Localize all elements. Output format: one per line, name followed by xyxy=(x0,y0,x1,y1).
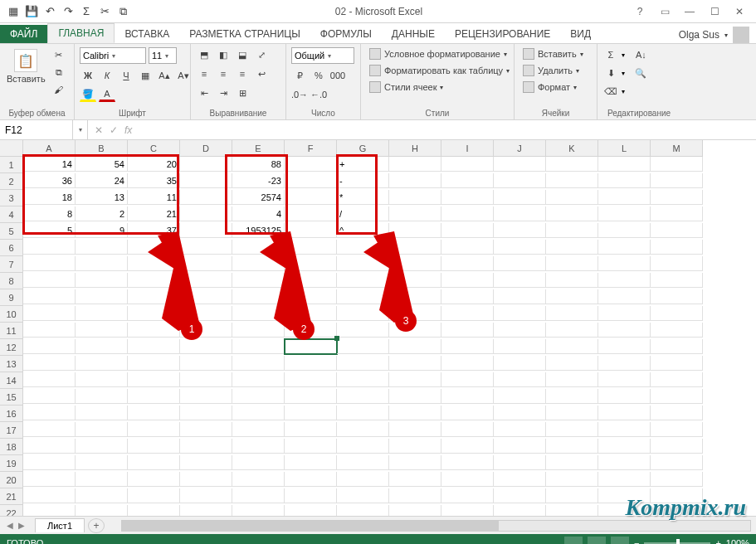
cell[interactable] xyxy=(494,306,546,321)
row-header[interactable]: 13 xyxy=(0,356,23,372)
cell[interactable] xyxy=(598,273,651,288)
cell[interactable] xyxy=(494,323,546,338)
cell[interactable] xyxy=(232,505,285,516)
cell[interactable] xyxy=(494,422,546,437)
cell[interactable] xyxy=(389,455,441,470)
cell[interactable] xyxy=(441,455,494,470)
cell[interactable] xyxy=(232,406,285,420)
cell[interactable] xyxy=(232,455,285,470)
cell[interactable] xyxy=(389,439,441,454)
cell[interactable] xyxy=(337,439,389,454)
fill-handle[interactable] xyxy=(334,336,339,341)
orientation-button[interactable]: ⤢ xyxy=(253,47,270,62)
prev-sheet-icon[interactable]: ◀ xyxy=(7,521,13,530)
cell[interactable] xyxy=(441,256,494,271)
cell[interactable] xyxy=(232,339,285,354)
column-header[interactable]: J xyxy=(494,140,546,157)
cell[interactable] xyxy=(651,356,703,371)
delete-cells-button[interactable]: Удалить ▾ xyxy=(519,64,583,77)
column-header[interactable]: M xyxy=(651,140,703,157)
row-header[interactable]: 11 xyxy=(0,323,23,339)
cell[interactable] xyxy=(76,256,128,271)
cell[interactable] xyxy=(23,289,76,304)
row-header[interactable]: 20 xyxy=(0,472,23,488)
cell[interactable] xyxy=(651,173,703,188)
row-header[interactable]: 7 xyxy=(0,256,23,273)
cell[interactable] xyxy=(546,389,598,404)
row-header[interactable]: 5 xyxy=(0,223,23,240)
cell[interactable] xyxy=(546,240,598,255)
cell[interactable] xyxy=(76,505,128,516)
italic-button[interactable]: К xyxy=(99,68,115,83)
number-format-combo[interactable]: Общий▾ xyxy=(291,47,354,64)
cell[interactable] xyxy=(180,389,232,404)
paste-button[interactable]: 📋 Вставить xyxy=(5,47,47,85)
cell[interactable] xyxy=(546,422,598,437)
cell[interactable] xyxy=(441,157,494,172)
cell[interactable] xyxy=(23,356,76,371)
cut-button[interactable]: ✂ xyxy=(51,47,67,62)
cell[interactable] xyxy=(494,488,546,503)
format-painter-button[interactable]: 🖌 xyxy=(51,82,67,97)
row-header[interactable]: 6 xyxy=(0,240,23,256)
cell[interactable] xyxy=(546,206,598,221)
cell[interactable] xyxy=(285,488,337,503)
cell[interactable] xyxy=(494,206,546,221)
cell[interactable] xyxy=(651,190,703,205)
row-header[interactable]: 2 xyxy=(0,173,23,190)
cell[interactable] xyxy=(494,505,546,516)
cell[interactable] xyxy=(337,472,389,487)
page-break-view-button[interactable] xyxy=(611,537,629,544)
cell[interactable] xyxy=(598,157,651,172)
cell[interactable] xyxy=(232,356,285,371)
page-layout-view-button[interactable] xyxy=(588,537,606,544)
cell[interactable] xyxy=(546,323,598,338)
cell[interactable] xyxy=(441,389,494,404)
cell[interactable] xyxy=(128,389,180,404)
cell[interactable] xyxy=(651,439,703,454)
cell[interactable] xyxy=(285,157,337,172)
cell[interactable] xyxy=(389,389,441,404)
cell[interactable] xyxy=(441,190,494,205)
cell[interactable] xyxy=(337,406,389,420)
tab-data[interactable]: ДАННЫЕ xyxy=(382,25,445,43)
cell[interactable] xyxy=(23,439,76,454)
fx-icon[interactable]: fx xyxy=(124,124,132,136)
name-box[interactable]: F12 xyxy=(0,120,73,139)
cell[interactable] xyxy=(76,406,128,420)
cell[interactable] xyxy=(546,455,598,470)
cell[interactable] xyxy=(180,356,232,371)
column-header[interactable]: K xyxy=(546,140,598,157)
cell[interactable] xyxy=(128,439,180,454)
cell[interactable] xyxy=(441,323,494,338)
align-center-button[interactable]: ≡ xyxy=(215,66,232,81)
cell[interactable] xyxy=(494,273,546,288)
cell[interactable] xyxy=(494,223,546,238)
cell[interactable] xyxy=(285,173,337,188)
cell[interactable] xyxy=(651,472,703,487)
worksheet-grid[interactable]: ABCDEFGHIJKLM114542088+2362435-23-318131… xyxy=(0,140,756,516)
wrap-text-button[interactable]: ↩ xyxy=(253,66,270,81)
cell[interactable] xyxy=(76,323,128,338)
cell[interactable] xyxy=(232,472,285,487)
cell[interactable] xyxy=(76,356,128,371)
align-bottom-button[interactable]: ⬓ xyxy=(234,47,251,62)
cell[interactable] xyxy=(285,472,337,487)
row-header[interactable]: 10 xyxy=(0,306,23,323)
format-cells-button[interactable]: Формат ▾ xyxy=(519,80,580,94)
zoom-level[interactable]: 100% xyxy=(726,538,749,544)
cell[interactable] xyxy=(651,422,703,437)
cell[interactable] xyxy=(285,422,337,437)
underline-button[interactable]: Ч xyxy=(118,68,134,83)
cell[interactable] xyxy=(441,472,494,487)
cell[interactable] xyxy=(76,389,128,404)
sort-filter-button[interactable]: A↓ xyxy=(632,47,649,62)
cell[interactable] xyxy=(128,356,180,371)
cell[interactable] xyxy=(441,289,494,304)
cell[interactable] xyxy=(232,488,285,503)
cell[interactable] xyxy=(494,472,546,487)
zoom-in-button[interactable]: + xyxy=(715,538,720,544)
cell[interactable] xyxy=(389,372,441,387)
cell[interactable] xyxy=(441,339,494,354)
cell[interactable] xyxy=(651,157,703,172)
